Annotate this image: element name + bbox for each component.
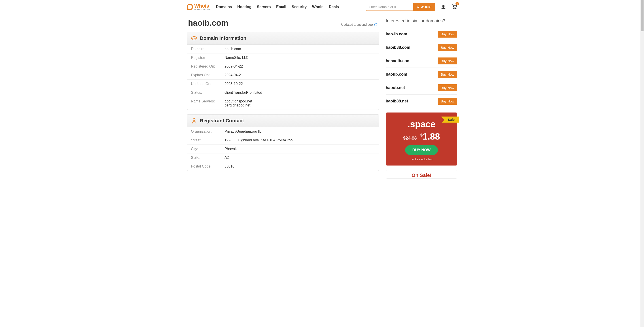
info-value: 85016 [224, 164, 234, 168]
onsale-card: On Sale! [386, 170, 457, 178]
sale-ribbon: Sale [442, 116, 459, 122]
svg-point-2 [442, 5, 444, 7]
header: Whois Identity for everyone DomainsHosti… [0, 0, 644, 14]
info-label: Expires On: [191, 73, 224, 77]
info-value: AZ [224, 156, 229, 160]
info-row: Expires On:2024-04-21 [187, 71, 379, 80]
info-label: Postal Code: [191, 164, 224, 168]
onsale-text: On Sale! [386, 172, 457, 178]
buy-now-button[interactable]: Buy Now [438, 58, 457, 64]
similar-row: hehaoib.comBuy Now [386, 54, 457, 68]
svg-point-7 [193, 118, 195, 120]
info-value: about.dnspod.net berg.dnspod.net [224, 99, 252, 107]
user-icon[interactable] [441, 4, 446, 10]
similar-domain: hao-ib.com [386, 32, 407, 36]
info-value: 2023-10-22 [224, 82, 243, 86]
www-icon: WWW [191, 35, 197, 42]
similar-row: haotib.comBuy Now [386, 68, 457, 81]
cart-badge: 0 [456, 2, 459, 5]
svg-text:WWW: WWW [192, 38, 196, 39]
info-row: Domain:haoib.com [187, 45, 379, 54]
info-value: 2009-04-22 [224, 64, 243, 68]
svg-point-3 [454, 8, 454, 9]
logo-subtitle: Identity for everyone [194, 8, 210, 10]
logo-icon [187, 4, 193, 10]
search-icon [417, 5, 420, 8]
info-row: Name Servers:about.dnspod.net berg.dnspo… [187, 97, 379, 110]
scrollbar[interactable] [640, 0, 644, 178]
person-icon [191, 118, 197, 124]
nav-item-deals[interactable]: Deals [329, 5, 339, 9]
page-title: haoib.com [188, 18, 228, 28]
buy-now-button[interactable]: Buy Now [438, 98, 457, 105]
nav-item-servers[interactable]: Servers [257, 5, 271, 9]
info-label: State: [191, 156, 224, 160]
promo-card: Sale .space $24.88 $1.88 BUY NOW *while … [386, 112, 457, 166]
info-label: Domain: [191, 47, 224, 51]
similar-domain: haoub.net [386, 86, 405, 90]
logo[interactable]: Whois Identity for everyone [187, 4, 210, 10]
info-label: Street: [191, 138, 224, 142]
nav-item-whois[interactable]: Whois [312, 5, 323, 9]
scroll-thumb[interactable] [641, 0, 644, 31]
info-row: Postal Code:85016 [187, 162, 379, 171]
domain-info-title: Domain Information [200, 35, 246, 41]
similar-domain: haotib.com [386, 72, 407, 77]
info-value: 1928 E. Highland Ave. Ste F104 PMB# 255 [224, 138, 293, 142]
stock-note: *while stocks last [390, 158, 453, 161]
info-label: Registrar: [191, 56, 224, 60]
similar-domain: hehaoib.com [386, 58, 410, 63]
search-input[interactable] [366, 3, 413, 10]
main-nav: DomainsHostingServersEmailSecurityWhoisD… [216, 5, 339, 9]
similar-row: hao-ib.comBuy Now [386, 28, 457, 41]
nav-item-email[interactable]: Email [276, 5, 286, 9]
info-row: Street:1928 E. Highland Ave. Ste F104 PM… [187, 136, 379, 145]
nav-item-security[interactable]: Security [292, 5, 306, 9]
similar-row: haoib88.netBuy Now [386, 94, 457, 108]
info-label: City: [191, 147, 224, 151]
similar-title: Interested in similar domains? [386, 18, 457, 24]
info-value: 2024-04-21 [224, 73, 243, 77]
similar-domain: haoib88.com [386, 45, 410, 50]
old-price: $24.88 [403, 136, 416, 141]
info-row: Registered On:2009-04-22 [187, 62, 379, 71]
registrant-card: Registrant Contact Organization:PrivacyG… [187, 114, 379, 171]
registrant-title: Registrant Contact [200, 118, 244, 124]
info-label: Updated On: [191, 82, 224, 86]
info-value: haoib.com [224, 47, 241, 51]
similar-row: haoub.netBuy Now [386, 81, 457, 94]
info-row: State:AZ [187, 154, 379, 162]
buy-now-button[interactable]: Buy Now [438, 71, 457, 78]
buy-now-button[interactable]: Buy Now [438, 31, 457, 38]
buy-now-button[interactable]: Buy Now [438, 84, 457, 91]
svg-point-4 [456, 8, 456, 9]
search-button[interactable]: WHOIS [413, 3, 435, 10]
similar-row: haoib88.comBuy Now [386, 41, 457, 54]
similar-domain: haoib88.net [386, 99, 408, 104]
info-value: PrivacyGuardian.org llc [224, 130, 262, 134]
domain-info-card: WWW Domain Information Domain:haoib.comR… [187, 32, 379, 110]
info-label: Status: [191, 90, 224, 94]
info-label: Registered On: [191, 64, 224, 68]
info-label: Organization: [191, 130, 224, 134]
logo-title: Whois [194, 4, 210, 8]
info-value: NameSilo, LLC [224, 56, 249, 60]
nav-item-domains[interactable]: Domains [216, 5, 232, 9]
nav-item-hosting[interactable]: Hosting [237, 5, 251, 9]
info-row: Status:clientTransferProhibited [187, 88, 379, 97]
new-price: $1.88 [420, 132, 440, 142]
info-row: Registrar:NameSilo, LLC [187, 54, 379, 62]
svg-point-0 [417, 6, 419, 8]
cart-button[interactable]: 0 [452, 4, 457, 10]
info-value: Phoenix [224, 147, 238, 151]
refresh-icon[interactable] [374, 23, 378, 26]
info-row: Updated On:2023-10-22 [187, 80, 379, 88]
info-value: clientTransferProhibited [224, 90, 262, 94]
info-row: Organization:PrivacyGuardian.org llc [187, 127, 379, 136]
info-label: Name Servers: [191, 99, 224, 107]
promo-buy-button[interactable]: BUY NOW [405, 145, 438, 155]
info-row: City:Phoenix [187, 145, 379, 154]
buy-now-button[interactable]: Buy Now [438, 44, 457, 51]
svg-line-1 [418, 7, 420, 8]
updated-status: Updated 1 second ago [341, 23, 378, 26]
